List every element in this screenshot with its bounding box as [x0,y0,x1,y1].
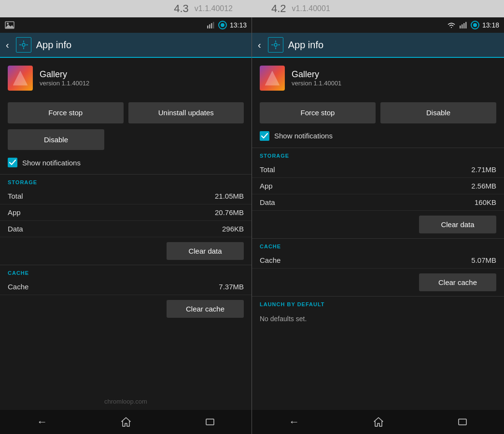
right-launch-section: LAUNCH BY DEFAULT [252,296,504,310]
left-app-info-header: Gallery version 1.1.40012 [0,58,252,98]
svg-point-21 [473,23,477,27]
right-version-sub: v1.1.40001 [292,4,330,13]
left-app-bar: ‹ App info [0,33,252,58]
right-total-label: Total [260,165,275,174]
left-app-name-info: Gallery version 1.1.40012 [40,69,89,87]
right-cache-value: 5.07MB [471,256,496,264]
comparison-bar: 4.3 v1.1.40012 4.2 v1.1.40001 [0,0,504,17]
svg-rect-6 [213,22,214,29]
checkmark-icon [9,160,16,165]
right-app-name: Gallery [292,69,341,80]
right-buttons-row: Force stop Disable [252,98,504,127]
left-back-nav[interactable]: ← [25,412,59,432]
left-storage-title: STORAGE [8,179,37,185]
svg-point-1 [7,23,9,25]
left-uninstall-updates-button[interactable]: Uninstall updates [128,102,244,123]
right-clear-cache-row: Clear cache [252,269,504,296]
svg-rect-4 [209,25,210,29]
recents-icon-right [458,418,467,426]
left-clear-data-row: Clear data [0,237,252,265]
right-show-notifications-checkbox[interactable] [260,131,269,141]
right-app-version: version 1.1.40001 [292,80,341,87]
settings-icon-right [270,40,281,50]
right-content: Gallery version 1.1.40001 Force stop Dis… [252,58,504,410]
left-buttons-row-1: Force stop Uninstall updates [0,98,252,127]
home-icon [121,417,131,427]
right-cache-row: Cache 5.07MB [252,252,504,269]
right-gallery-icon [260,66,285,91]
left-app-bar-title: App info [36,40,71,51]
svg-marker-27 [374,418,383,426]
right-nav-bar: ← [252,410,504,434]
left-clear-cache-row: Clear cache [0,295,252,323]
right-force-stop-button[interactable]: Force stop [260,102,376,123]
left-version-info: 4.3 v1.1.40012 [174,2,233,15]
left-status-bar: 13:13 [0,17,252,33]
right-disable-button[interactable]: Disable [380,102,496,123]
left-content: Gallery version 1.1.40012 Force stop Uni… [0,58,252,410]
left-data-row: Data 296KB [0,221,252,237]
right-appinfo-icon [268,37,283,53]
right-data-row: Data 160KB [252,194,504,211]
left-nav-bar: ← [0,410,252,434]
svg-rect-3 [207,26,209,28]
right-cache-title: CACHE [260,244,281,249]
svg-rect-16 [460,26,461,28]
signal-icon [207,22,215,28]
right-total-row: Total 2.71MB [252,162,504,178]
right-total-value: 2.71MB [471,165,496,174]
right-no-defaults-text: No defaults set. [252,310,504,327]
recents-icon [205,418,215,426]
right-app-bar-title: App info [288,40,323,51]
left-clear-data-button[interactable]: Clear data [167,242,244,260]
right-version-main: 4.2 [271,2,286,15]
right-app-info-header: Gallery version 1.1.40001 [252,58,504,98]
right-data-value: 160KB [475,198,496,206]
svg-point-8 [221,23,224,27]
right-storage-title: STORAGE [260,153,289,159]
left-app-label: App [8,208,21,217]
svg-point-22 [274,43,277,46]
left-app-value: 20.76MB [215,208,244,217]
wifi-icon [447,21,456,29]
left-recents-nav[interactable] [194,414,226,430]
right-checkbox-row: Show notifications [252,127,504,148]
left-force-stop-button[interactable]: Force stop [8,102,124,123]
left-total-row: Total 21.05MB [0,188,252,204]
svg-rect-15 [206,419,214,425]
right-app-row: App 2.56MB [252,178,504,194]
left-app-version: version 1.1.40012 [40,80,89,87]
right-clear-cache-button[interactable]: Clear cache [419,273,496,291]
right-version-info: 4.2 v1.1.40001 [271,2,330,15]
left-disable-button[interactable]: Disable [8,129,104,150]
right-status-bar: 13:18 [252,17,504,33]
left-phone: 13:13 ‹ App info Gal [0,17,252,434]
signal-icon-right [459,22,468,28]
circle-icon-right [471,21,479,29]
svg-rect-19 [465,22,467,29]
right-clear-data-button[interactable]: Clear data [419,216,496,233]
right-launch-title: LAUNCH BY DEFAULT [260,301,325,307]
left-cache-label: Cache [8,283,28,291]
left-home-nav[interactable] [109,413,143,431]
right-back-arrow[interactable]: ‹ [258,40,261,51]
right-app-label: App [260,182,273,190]
right-status-right: 13:18 [447,21,499,29]
settings-icon [18,40,29,50]
left-show-notifications-checkbox[interactable] [8,158,17,167]
left-time: 13:13 [230,21,247,29]
right-recents-nav[interactable] [446,414,479,430]
svg-point-9 [22,43,25,46]
left-cache-section: CACHE [0,265,252,279]
right-clear-data-row: Clear data [252,211,504,238]
left-total-value: 21.05MB [215,192,244,200]
right-home-nav[interactable] [362,413,395,431]
left-back-arrow[interactable]: ‹ [6,40,9,51]
left-clear-cache-button[interactable]: Clear cache [167,300,244,318]
right-back-nav[interactable]: ← [277,412,311,432]
circle-icon [218,21,227,29]
left-app-name: Gallery [40,69,89,80]
image-icon [5,21,14,29]
right-storage-section: STORAGE [252,148,504,162]
svg-rect-5 [211,23,212,28]
